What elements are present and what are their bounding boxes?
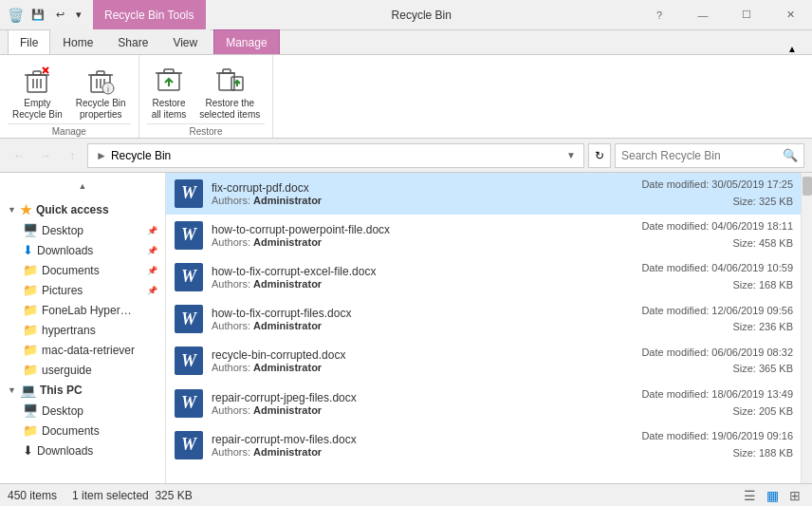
file-list-container: fix-corrupt-pdf.docx Authors: Administra… bbox=[166, 173, 812, 483]
mac-data-icon: 📁 bbox=[23, 343, 38, 357]
file-item[interactable]: fix-corrupt-pdf.docx Authors: Administra… bbox=[166, 173, 801, 215]
recycle-bin-properties-btn[interactable]: i Recycle Bin properties bbox=[71, 63, 131, 123]
file-size-3: Size: 236 KB bbox=[641, 319, 793, 336]
quick-access-dropdown-btn[interactable]: ▾ bbox=[72, 7, 85, 23]
quick-access-star-icon: ★ bbox=[20, 202, 32, 217]
tab-file[interactable]: File bbox=[8, 29, 50, 54]
file-size-4: Size: 365 KB bbox=[641, 361, 793, 378]
address-bar: ← → ↑ ► Recycle Bin ▼ ↻ 🔍 bbox=[0, 139, 812, 173]
file-author-0: Authors: Administrator bbox=[212, 195, 641, 206]
file-meta-3: Date modified: 12/06/2019 09:56 Size: 23… bbox=[641, 303, 793, 336]
sidebar-item-documents[interactable]: 📁 Documents 📌 bbox=[0, 260, 165, 280]
file-author-2: Authors: Administrator bbox=[212, 278, 641, 290]
close-button[interactable]: ✕ bbox=[768, 0, 812, 30]
tab-view[interactable]: View bbox=[160, 29, 210, 54]
tab-home[interactable]: Home bbox=[50, 29, 105, 54]
quick-access-save-btn[interactable]: 💾 bbox=[28, 7, 48, 23]
restore-selected-btn[interactable]: Restore the selected items bbox=[194, 63, 265, 123]
sidebar-item-pictures[interactable]: 📁 Pictures 📌 bbox=[0, 280, 165, 300]
sidebar-item-desktop[interactable]: 🖥️ Desktop 📌 bbox=[0, 220, 165, 240]
documents-icon: 📁 bbox=[23, 263, 38, 277]
sidebar-this-pc-header[interactable]: ▼ 💻 This PC bbox=[0, 380, 165, 401]
details-view-btn[interactable]: ☰ bbox=[740, 486, 759, 505]
sidebar-item-mac-data[interactable]: 📁 mac-data-retriever bbox=[0, 340, 165, 360]
file-date-0: Date modified: 30/05/2019 17:25 bbox=[641, 177, 793, 194]
ribbon-manage-items: Empty Recycle Bin i Recycle Bin pro bbox=[8, 59, 131, 123]
restore-all-label: Restore all items bbox=[152, 98, 187, 121]
file-item[interactable]: repair-corrupt-mov-files.docx Authors: A… bbox=[166, 424, 801, 466]
file-item[interactable]: how-to-fix-corrupt-excel-file.docx Autho… bbox=[166, 256, 801, 298]
file-info-6: repair-corrupt-mov-files.docx Authors: A… bbox=[212, 433, 641, 458]
pictures-label: Pictures bbox=[42, 284, 83, 297]
desktop-icon: 🖥️ bbox=[23, 223, 38, 237]
fonelab-icon: 📁 bbox=[23, 303, 38, 317]
file-item[interactable]: how-to-fix-corrupt-files.docx Authors: A… bbox=[166, 299, 801, 341]
restore-all-items-btn[interactable]: Restore all items bbox=[147, 63, 192, 123]
file-list: fix-corrupt-pdf.docx Authors: Administra… bbox=[166, 173, 801, 483]
ribbon-tab-label: Recycle Bin Tools bbox=[104, 9, 194, 22]
search-input[interactable] bbox=[621, 149, 779, 162]
file-icon-0 bbox=[174, 178, 204, 209]
minimize-button[interactable]: — bbox=[681, 0, 725, 30]
file-name-1: how-to-corrupt-powerpoint-file.docx bbox=[212, 223, 641, 236]
sidebar: ▲ ▼ ★ Quick access 🖥️ Desktop 📌 ⬇ Downlo… bbox=[0, 173, 166, 483]
sidebar-item-fonelab[interactable]: 📁 FoneLab HyperTrans... bbox=[0, 300, 165, 320]
file-icon-5 bbox=[174, 388, 204, 419]
file-info-0: fix-corrupt-pdf.docx Authors: Administra… bbox=[212, 181, 641, 206]
file-item[interactable]: recycle-bin-corrupted.docx Authors: Admi… bbox=[166, 341, 801, 383]
maximize-button[interactable]: ☐ bbox=[725, 0, 768, 30]
file-author-3: Authors: Administrator bbox=[212, 320, 641, 331]
desktop2-icon: 🖥️ bbox=[23, 403, 38, 418]
userguide-icon: 📁 bbox=[23, 363, 38, 377]
file-meta-2: Date modified: 04/06/2019 10:59 Size: 16… bbox=[641, 260, 793, 293]
list-view-btn[interactable]: ▦ bbox=[763, 486, 782, 505]
scrollbar[interactable] bbox=[801, 173, 812, 483]
quick-access-undo-btn[interactable]: ↩ bbox=[52, 7, 68, 23]
sidebar-item-downloads[interactable]: ⬇ Downloads 📌 bbox=[0, 240, 165, 260]
tab-share[interactable]: Share bbox=[105, 29, 160, 54]
empty-recycle-bin-icon bbox=[22, 66, 52, 96]
svg-rect-16 bbox=[164, 69, 174, 73]
sidebar-item-documents2[interactable]: 📁 Documents bbox=[0, 421, 165, 440]
address-dropdown-icon: ▼ bbox=[566, 150, 576, 160]
help-button[interactable]: ? bbox=[637, 0, 681, 30]
large-icons-btn[interactable]: ⊞ bbox=[785, 486, 804, 505]
sidebar-scroll-up-btn[interactable]: ▲ bbox=[71, 175, 94, 197]
empty-recycle-bin-btn[interactable]: Empty Recycle Bin bbox=[8, 63, 67, 123]
file-author-5: Authors: Administrator bbox=[212, 404, 641, 416]
refresh-btn[interactable]: ↻ bbox=[588, 143, 611, 168]
ribbon-collapse-btn[interactable]: ▲ bbox=[787, 44, 797, 54]
file-author-4: Authors: Administrator bbox=[212, 362, 641, 373]
sidebar-item-desktop2[interactable]: 🖥️ Desktop bbox=[0, 401, 165, 421]
sidebar-item-downloads2[interactable]: ⬇ Downloads bbox=[0, 440, 165, 460]
sidebar-quick-access-header[interactable]: ▼ ★ Quick access bbox=[0, 199, 165, 220]
file-item[interactable]: repair-corrupt-jpeg-files.docx Authors: … bbox=[166, 383, 801, 424]
word-icon-5 bbox=[175, 389, 203, 418]
address-path[interactable]: ► Recycle Bin ▼ bbox=[87, 143, 584, 168]
tab-manage[interactable]: Manage bbox=[213, 29, 279, 54]
file-item[interactable]: how-to-corrupt-powerpoint-file.docx Auth… bbox=[166, 215, 801, 256]
forward-btn[interactable]: → bbox=[34, 144, 57, 167]
path-separator-icon: ► bbox=[96, 149, 107, 162]
sidebar-item-userguide[interactable]: 📁 userguide bbox=[0, 360, 165, 380]
sidebar-item-hypertrans[interactable]: 📁 hypertrans bbox=[0, 320, 165, 340]
up-btn[interactable]: ↑ bbox=[61, 144, 83, 167]
search-box[interactable]: 🔍 bbox=[615, 143, 804, 168]
downloads-pin-icon: 📌 bbox=[147, 246, 157, 255]
downloads-label: Downloads bbox=[37, 244, 93, 257]
word-icon-3 bbox=[175, 305, 203, 333]
downloads2-label: Downloads bbox=[37, 444, 93, 458]
item-count: 450 items bbox=[8, 489, 57, 502]
word-icon-4 bbox=[175, 347, 203, 375]
scrollbar-thumb[interactable] bbox=[803, 177, 812, 196]
word-icon-0 bbox=[175, 179, 203, 208]
file-name-3: how-to-fix-corrupt-files.docx bbox=[212, 307, 641, 320]
file-name-6: repair-corrupt-mov-files.docx bbox=[212, 433, 641, 446]
svg-rect-8 bbox=[97, 71, 104, 75]
back-btn[interactable]: ← bbox=[8, 144, 30, 167]
restore-selected-label: Restore the selected items bbox=[199, 98, 260, 121]
file-size-2: Size: 168 KB bbox=[641, 277, 793, 294]
recycle-bin-title-icon: 🗑️ bbox=[8, 8, 24, 23]
word-icon-1 bbox=[175, 221, 203, 250]
mac-data-label: mac-data-retriever bbox=[42, 344, 135, 357]
